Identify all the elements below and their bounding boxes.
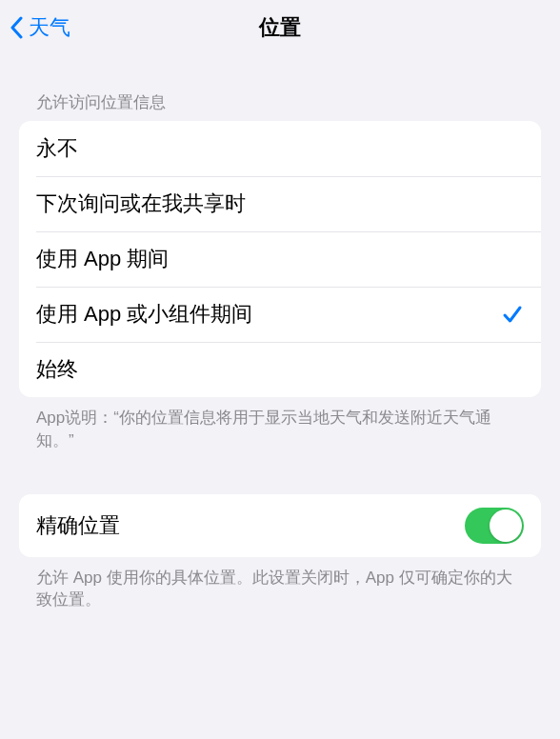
nav-bar: 天气 位置 — [0, 0, 560, 55]
page-title: 位置 — [259, 13, 301, 42]
content: 允许访问位置信息 永不 下次询问或在我共享时 使用 App 期间 使用 App … — [0, 55, 560, 611]
option-label: 使用 App 期间 — [36, 245, 524, 273]
back-label: 天气 — [29, 13, 70, 42]
precise-location-label: 精确位置 — [36, 511, 465, 540]
option-label: 永不 — [36, 134, 524, 163]
location-access-group: 永不 下次询问或在我共享时 使用 App 期间 使用 App 或小组件期间 始终 — [19, 121, 541, 397]
precise-location-toggle[interactable] — [465, 508, 524, 544]
option-label: 下次询问或在我共享时 — [36, 190, 524, 218]
option-never[interactable]: 永不 — [19, 121, 541, 176]
toggle-knob — [490, 509, 522, 542]
back-chevron-icon — [8, 14, 25, 41]
spacer — [19, 452, 541, 494]
section-footer-precise-explanation: 允许 App 使用你的具体位置。此设置关闭时，App 仅可确定你的大致位置。 — [19, 557, 541, 612]
option-label: 使用 App 或小组件期间 — [36, 300, 501, 329]
option-label: 始终 — [36, 355, 524, 384]
precise-location-row[interactable]: 精确位置 — [19, 494, 541, 557]
option-always[interactable]: 始终 — [19, 342, 541, 397]
back-button[interactable]: 天气 — [8, 13, 70, 42]
option-ask-next-time[interactable]: 下次询问或在我共享时 — [19, 176, 541, 231]
checkmark-icon — [501, 303, 524, 326]
option-while-using-app[interactable]: 使用 App 期间 — [19, 231, 541, 287]
precise-location-group: 精确位置 — [19, 494, 541, 557]
option-while-using-app-or-widgets[interactable]: 使用 App 或小组件期间 — [19, 287, 541, 342]
section-header-location-access: 允许访问位置信息 — [19, 55, 541, 121]
section-footer-app-explanation: App说明：“你的位置信息将用于显示当地天气和发送附近天气通知。” — [19, 397, 541, 452]
